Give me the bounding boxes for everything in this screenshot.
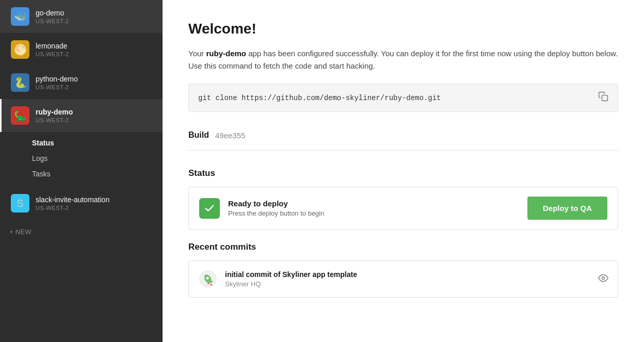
app-info-ruby-demo: ruby-demoUS-WEST-2: [36, 108, 73, 123]
app-region-ruby-demo: US-WEST-2: [36, 117, 73, 123]
status-heading: Status: [188, 168, 618, 178]
status-text-block: Ready to deploy Press the deploy button …: [228, 199, 324, 217]
app-avatar-python-demo: 🐍: [11, 73, 29, 92]
app-avatar-ruby-demo: 🦕: [11, 106, 29, 125]
svg-point-3: [602, 276, 605, 279]
app-region-lemonade: US-WEST-2: [36, 51, 69, 57]
recent-commits-section: Recent commits initial commit of Skyline…: [188, 242, 618, 298]
welcome-text-after: app has been configured successfully. Yo…: [188, 49, 618, 70]
welcome-paragraph: Your ruby-demo app has been configured s…: [188, 47, 618, 72]
app-name-slack-invite-automation: slack-invite-automation: [36, 196, 109, 204]
status-card-left: Ready to deploy Press the deploy button …: [199, 198, 324, 219]
recent-commits-heading: Recent commits: [188, 242, 618, 252]
welcome-text-before: Your: [188, 49, 206, 58]
sidebar-item-go-demo[interactable]: 🐳go-demoUS-WEST-2: [0, 0, 163, 33]
app-info-lemonade: lemonadeUS-WEST-2: [36, 42, 69, 57]
app-name-lemonade: lemonade: [36, 42, 69, 50]
status-check-icon: [199, 198, 220, 219]
git-clone-command: git clone https://github.com/demo-skylin…: [198, 94, 441, 102]
app-region-python-demo: US-WEST-2: [36, 84, 78, 90]
app-name-bold: ruby-demo: [206, 49, 246, 58]
commit-info: initial commit of Skyliner app templateS…: [225, 270, 591, 288]
sidebar-item-lemonade[interactable]: 🌕lemonadeUS-WEST-2: [0, 33, 163, 66]
copy-icon[interactable]: [598, 91, 608, 104]
app-avatar-lemonade: 🌕: [11, 40, 29, 59]
commit-item: initial commit of Skyliner app templateS…: [188, 260, 618, 298]
build-label: Build: [188, 131, 209, 140]
status-section: Status Ready to deploy Press the deploy …: [188, 154, 618, 298]
view-commit-icon[interactable]: [598, 273, 608, 286]
app-name-python-demo: python-demo: [36, 75, 78, 83]
main-content: Welcome! Your ruby-demo app has been con…: [163, 0, 644, 342]
sidebar-nav-item-tasks[interactable]: Tasks: [32, 166, 163, 182]
page-title: Welcome!: [188, 21, 618, 37]
app-avatar-slack-invite-automation: S: [11, 194, 29, 213]
commit-author: Skyliner HQ: [225, 280, 591, 288]
app-info-slack-invite-automation: slack-invite-automationUS-WEST-2: [36, 196, 109, 211]
status-card: Ready to deploy Press the deploy button …: [188, 187, 618, 230]
rocket-icon: [198, 269, 218, 289]
sidebar-item-python-demo[interactable]: 🐍python-demoUS-WEST-2: [0, 66, 163, 99]
build-section: Build 49ee355: [188, 131, 618, 151]
build-hash: 49ee355: [215, 131, 245, 140]
app-avatar-go-demo: 🐳: [11, 7, 29, 26]
app-region-slack-invite-automation: US-WEST-2: [36, 205, 109, 211]
status-subtitle: Press the deploy button to begin: [228, 209, 324, 217]
app-info-python-demo: python-demoUS-WEST-2: [36, 75, 78, 90]
sidebar: 🐳go-demoUS-WEST-2🌕lemonadeUS-WEST-2🐍pyth…: [0, 0, 163, 342]
svg-rect-0: [602, 95, 608, 101]
app-info-go-demo: go-demoUS-WEST-2: [36, 9, 69, 24]
commit-title: initial commit of Skyliner app template: [225, 270, 591, 279]
git-clone-box: git clone https://github.com/demo-skylin…: [188, 84, 618, 112]
sidebar-nav-item-status[interactable]: Status: [32, 135, 163, 151]
sidebar-subnav-ruby-demo: StatusLogsTasks: [0, 132, 163, 187]
app-name-go-demo: go-demo: [36, 9, 69, 17]
status-title: Ready to deploy: [228, 199, 324, 208]
new-app-button[interactable]: + NEW: [0, 220, 163, 244]
sidebar-item-slack-invite-automation[interactable]: Sslack-invite-automationUS-WEST-2: [0, 187, 163, 220]
deploy-to-qa-button[interactable]: Deploy to QA: [527, 197, 607, 220]
sidebar-item-ruby-demo[interactable]: 🦕ruby-demoUS-WEST-2: [0, 99, 163, 132]
app-region-go-demo: US-WEST-2: [36, 18, 69, 24]
sidebar-nav-item-logs[interactable]: Logs: [32, 151, 163, 166]
app-name-ruby-demo: ruby-demo: [36, 108, 73, 116]
